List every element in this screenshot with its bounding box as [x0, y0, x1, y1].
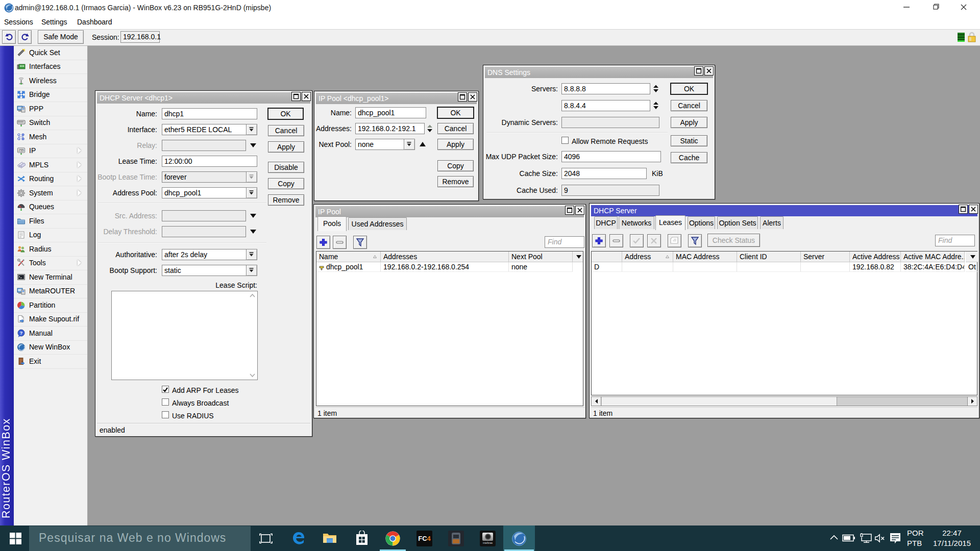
svg-text:255: 255	[18, 148, 24, 152]
svg-text:?: ?	[20, 330, 23, 336]
